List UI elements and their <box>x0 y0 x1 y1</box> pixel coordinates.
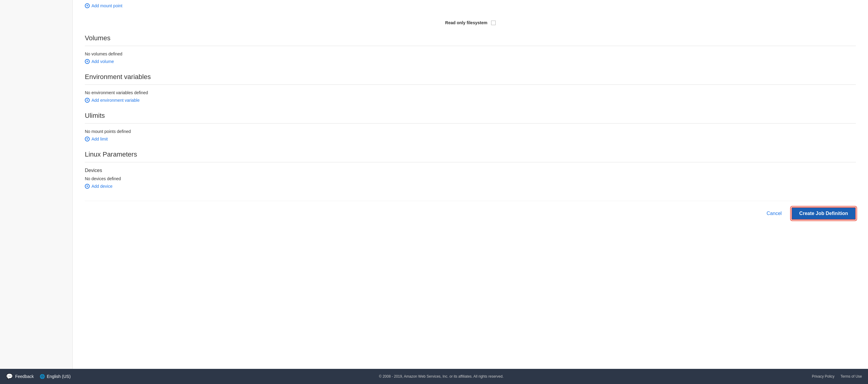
add-env-variable-label: Add environment variable <box>92 98 140 103</box>
add-device-link[interactable]: + Add device <box>85 184 113 189</box>
add-volume-label: Add volume <box>92 59 114 64</box>
linux-parameters-body: Devices No devices defined + Add device <box>85 166 856 195</box>
linux-parameters-section: Linux Parameters Devices No devices defi… <box>85 151 856 195</box>
cancel-button[interactable]: Cancel <box>762 209 786 219</box>
read-only-filesystem-checkbox[interactable] <box>491 21 496 25</box>
env-variables-header: Environment variables <box>85 73 856 85</box>
feedback-label: Feedback <box>15 374 34 379</box>
add-env-variable-icon: + <box>85 98 90 103</box>
footer-copyright: © 2008 - 2019, Amazon Web Services, Inc.… <box>70 374 812 379</box>
add-limit-icon: + <box>85 136 90 141</box>
add-mount-point-label: Add mount point <box>92 3 122 8</box>
terms-of-use-link[interactable]: Terms of Use <box>840 374 862 379</box>
add-mount-point-section: + Add mount point <box>85 0 856 14</box>
feedback-button[interactable]: 💬 Feedback <box>6 373 34 380</box>
footer: 💬 Feedback 🌐 English (US) © 2008 - 2019,… <box>0 369 868 384</box>
env-variables-no-items: No environment variables defined <box>85 90 856 95</box>
language-selector[interactable]: 🌐 English (US) <box>40 374 70 379</box>
create-job-definition-button[interactable]: Create Job Definition <box>792 207 856 220</box>
linux-parameters-header: Linux Parameters <box>85 151 856 162</box>
add-limit-label: Add limit <box>92 136 108 141</box>
volumes-header: Volumes <box>85 34 856 46</box>
globe-icon: 🌐 <box>40 374 45 379</box>
devices-subtitle: Devices <box>85 168 856 173</box>
add-mount-point-link[interactable]: + Add mount point <box>85 3 122 8</box>
copyright-text: © 2008 - 2019, Amazon Web Services, Inc.… <box>379 374 503 379</box>
linux-parameters-title: Linux Parameters <box>85 151 856 158</box>
footer-right: Privacy Policy Terms of Use <box>812 374 862 379</box>
env-variables-title: Environment variables <box>85 73 856 81</box>
add-limit-link[interactable]: + Add limit <box>85 136 108 141</box>
ulimits-section: Ulimits No mount points defined + Add li… <box>85 112 856 148</box>
ulimits-no-items: No mount points defined <box>85 129 856 134</box>
footer-left: 💬 Feedback 🌐 English (US) <box>6 373 70 380</box>
env-variables-body: No environment variables defined + Add e… <box>85 89 856 109</box>
volumes-no-items: No volumes defined <box>85 52 856 56</box>
language-label: English (US) <box>46 374 70 379</box>
add-volume-icon: + <box>85 59 90 64</box>
filesystem-row: Read only filesystem <box>85 14 856 34</box>
ulimits-body: No mount points defined + Add limit <box>85 127 856 148</box>
add-device-icon: + <box>85 184 90 189</box>
env-variables-section: Environment variables No environment var… <box>85 73 856 109</box>
action-row: Cancel Create Job Definition <box>85 201 856 223</box>
ulimits-title: Ulimits <box>85 112 856 120</box>
filesystem-label: Read only filesystem <box>445 20 487 25</box>
sidebar <box>0 0 73 369</box>
feedback-icon: 💬 <box>6 373 13 380</box>
add-mount-point-icon: + <box>85 3 90 8</box>
add-device-label: Add device <box>92 184 113 189</box>
privacy-policy-link[interactable]: Privacy Policy <box>812 374 835 379</box>
add-env-variable-link[interactable]: + Add environment variable <box>85 98 140 103</box>
ulimits-header: Ulimits <box>85 112 856 124</box>
devices-no-items: No devices defined <box>85 176 856 181</box>
volumes-section: Volumes No volumes defined + Add volume <box>85 34 856 70</box>
volumes-body: No volumes defined + Add volume <box>85 50 856 70</box>
add-volume-link[interactable]: + Add volume <box>85 59 114 64</box>
volumes-title: Volumes <box>85 34 856 42</box>
